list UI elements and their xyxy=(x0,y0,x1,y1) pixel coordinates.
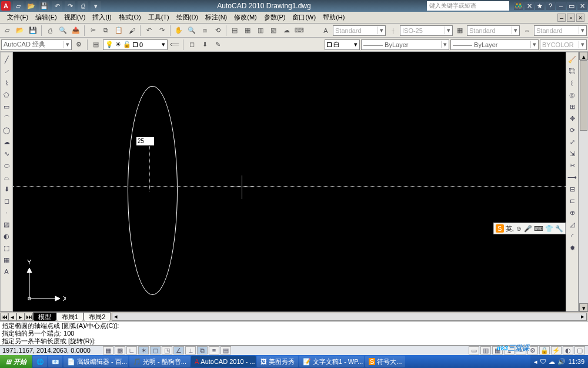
save-file-icon[interactable]: 💾 xyxy=(27,25,39,37)
ime-floating-bar[interactable]: S 英, ☺ 🎤 ⌨ 👕 🔧 xyxy=(493,223,566,234)
fillet-icon[interactable]: ◜ xyxy=(566,230,578,242)
mlstyle-icon[interactable]: ⎓ xyxy=(521,25,533,37)
hardware-accel-icon[interactable]: ⚡ xyxy=(551,346,562,354)
minimize-button[interactable]: – xyxy=(556,2,566,10)
ime-lang-label[interactable]: 英, xyxy=(506,224,514,233)
ml-style-combo[interactable]: Standard▾ xyxy=(534,25,587,36)
lwt-toggle[interactable]: ≡ xyxy=(209,346,219,354)
dimstyle-icon[interactable]: ⟊ xyxy=(387,25,399,37)
ducs-toggle[interactable]: ⟂ xyxy=(185,346,196,354)
tray-shield-icon[interactable]: 🛡 xyxy=(540,358,546,365)
task-item-3[interactable]: AAutoCAD 2010 - ... xyxy=(191,356,256,367)
start-button[interactable]: ⊞ 开始 xyxy=(0,355,32,368)
markup-icon[interactable]: ☁ xyxy=(280,25,292,37)
mtext-icon[interactable]: A xyxy=(1,266,12,277)
scroll-down-icon[interactable]: ▾ xyxy=(579,303,588,311)
hatch-icon[interactable]: ▨ xyxy=(1,218,12,230)
revcloud-icon[interactable]: ☁ xyxy=(1,136,12,148)
dcenter-icon[interactable]: ▦ xyxy=(242,25,253,37)
rectangle-icon[interactable]: ▭ xyxy=(1,101,12,112)
break-pt-icon[interactable]: ⊟ xyxy=(566,183,578,195)
make-block-icon[interactable]: ◻ xyxy=(186,39,198,51)
close-button[interactable]: ✕ xyxy=(577,2,587,10)
menu-draw[interactable]: 绘图(D) xyxy=(173,12,202,23)
stretch-icon[interactable]: ⇲ xyxy=(566,148,578,160)
cut-icon[interactable]: ✂ xyxy=(87,25,99,37)
mirror-icon[interactable]: ⧙ xyxy=(566,77,578,89)
xline-icon[interactable]: ⟋ xyxy=(1,65,12,77)
tab-first-icon[interactable]: ⏮ xyxy=(0,313,8,321)
comm-icon[interactable]: ✕ xyxy=(524,2,534,10)
vertical-scrollbar[interactable]: ▴ ▾ xyxy=(579,52,588,311)
layer-manager-icon[interactable]: ▤ xyxy=(90,39,102,51)
text-style-combo[interactable]: Standard▾ xyxy=(333,25,386,36)
quickview-layouts-icon[interactable]: ▥ xyxy=(480,346,491,354)
circle-icon[interactable]: ◯ xyxy=(1,124,12,136)
otrack-toggle[interactable]: ∠ xyxy=(173,346,184,354)
menu-format[interactable]: 格式(O) xyxy=(115,12,145,23)
snap-toggle[interactable]: ▦ xyxy=(103,346,113,354)
ime-tool-icon[interactable]: 🔧 xyxy=(555,225,563,233)
explode-icon[interactable]: ✸ xyxy=(566,242,578,254)
task-item-5[interactable]: 📝文字文稿1 - WP... xyxy=(299,356,364,367)
doc-minimize-button[interactable]: – xyxy=(557,14,566,22)
table-icon[interactable]: ▦ xyxy=(1,254,12,266)
redo-icon[interactable]: ↷ xyxy=(65,1,75,11)
osnap-toggle[interactable]: ◻ xyxy=(150,346,161,354)
coordinates-display[interactable]: 1971.1167, 2014.2063, 0.0000 xyxy=(2,347,102,354)
arc-icon[interactable]: ⌒ xyxy=(1,112,12,124)
new-icon[interactable]: ▱ xyxy=(13,1,24,11)
dyn-toggle[interactable]: ⧉ xyxy=(197,346,208,354)
trim-icon[interactable]: ✂ xyxy=(566,160,578,171)
pan-icon[interactable]: ✋ xyxy=(173,25,185,37)
plot-icon[interactable]: ⎙ xyxy=(44,25,56,37)
workspace-combo[interactable]: AutoCAD 经典▾ xyxy=(1,39,72,50)
region-icon[interactable]: ⬚ xyxy=(1,242,12,254)
favorite-icon[interactable]: ★ xyxy=(535,2,544,10)
infocenter-icon[interactable]: 👬 xyxy=(514,2,523,10)
spline-icon[interactable]: ∿ xyxy=(1,148,12,160)
help-search-input[interactable]: 键入关键字或短语 xyxy=(427,1,509,11)
task-item-1[interactable]: 📄高级编辑器 - 百... xyxy=(64,356,128,367)
grid-toggle[interactable]: ▩ xyxy=(115,346,125,354)
tray-clock[interactable]: 11:39 xyxy=(568,358,584,365)
qat-dropdown-icon[interactable]: ▾ xyxy=(91,1,101,11)
scroll-up-icon[interactable]: ▴ xyxy=(579,52,588,60)
zoom-rt-icon[interactable]: 🔍 xyxy=(186,25,198,37)
match-prop-icon[interactable]: 🖌 xyxy=(126,25,138,37)
break-icon[interactable]: ⊏ xyxy=(566,195,578,207)
copy-obj-icon[interactable]: ⿻ xyxy=(566,65,578,77)
doc-restore-button[interactable]: ▫ xyxy=(567,14,575,22)
quicklaunch-1[interactable]: 🌐 xyxy=(33,356,47,367)
redo-button-icon[interactable]: ↷ xyxy=(156,25,168,37)
properties-icon[interactable]: ▤ xyxy=(229,25,240,37)
array-icon[interactable]: ⊞ xyxy=(566,101,578,112)
layer-prev-icon[interactable]: ⟸ xyxy=(169,39,181,51)
chamfer-icon[interactable]: ◿ xyxy=(566,218,578,230)
insert-block-icon[interactable]: ⬇ xyxy=(199,39,211,51)
polar-toggle[interactable]: ✶ xyxy=(138,346,149,354)
scroll-thumb[interactable] xyxy=(580,60,587,131)
system-tray[interactable]: ◂ 🛡 ☁ 🔊 11:39 xyxy=(530,355,588,368)
join-icon[interactable]: ⊕ xyxy=(566,207,578,218)
move-icon[interactable]: ✥ xyxy=(566,112,578,124)
tray-arrow-icon[interactable]: ◂ xyxy=(534,358,537,366)
menu-file[interactable]: 文件(F) xyxy=(4,12,32,23)
drawing-canvas[interactable]: 25 X Y S 英, ☺ 🎤 ⌨ 👕 🔧 xyxy=(13,52,566,311)
sogou-logo-icon[interactable]: S xyxy=(496,224,504,233)
undo-button-icon[interactable]: ↶ xyxy=(143,25,155,37)
tab-last-icon[interactable]: ⏭ xyxy=(25,313,33,321)
qp-toggle[interactable]: ▤ xyxy=(220,346,231,354)
extend-icon[interactable]: ⟶ xyxy=(566,171,578,183)
polygon-icon[interactable]: ⬠ xyxy=(1,89,12,101)
task-item-2[interactable]: 🎵光明 - 酷狗音... xyxy=(129,356,190,367)
save-icon[interactable]: 💾 xyxy=(39,1,49,11)
gradient-icon[interactable]: ◐ xyxy=(1,230,12,242)
textstyle-icon[interactable]: A xyxy=(320,25,332,37)
isolate-obj-icon[interactable]: ◐ xyxy=(563,346,573,354)
preview-icon[interactable]: 🔍 xyxy=(57,25,69,37)
ortho-toggle[interactable]: ∟ xyxy=(126,346,137,354)
linetype-combo[interactable]: ——— ByLayer▾ xyxy=(361,39,449,50)
tab-layout1[interactable]: 布局1 xyxy=(56,312,83,321)
lineweight-combo[interactable]: ——— ByLayer▾ xyxy=(450,39,539,50)
